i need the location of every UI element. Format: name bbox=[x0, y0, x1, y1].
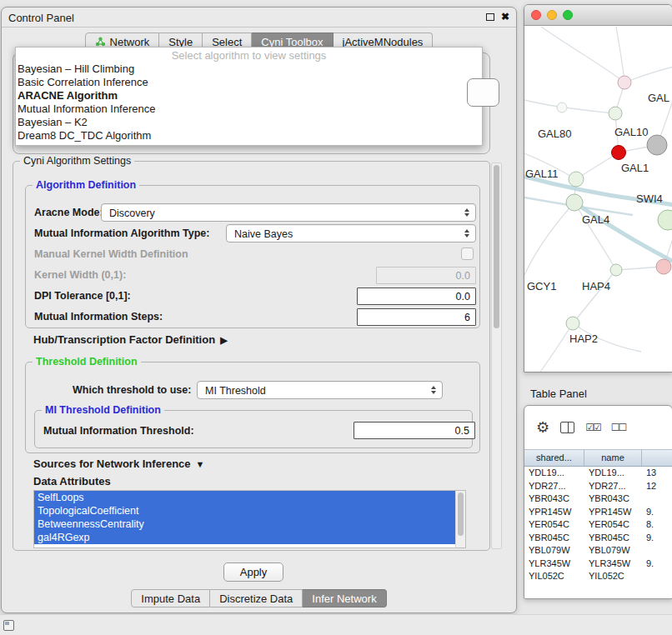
node-label: HAP4 bbox=[582, 280, 610, 292]
table-cell: YDR27... bbox=[524, 480, 584, 493]
mi-type-select[interactable]: Naive Bayes bbox=[226, 224, 476, 242]
attribute-item[interactable]: TopologicalCoefficient bbox=[34, 504, 455, 518]
close-traffic-light[interactable] bbox=[531, 10, 541, 20]
table-cell: YIL052C bbox=[584, 570, 642, 583]
mi-threshold-input[interactable] bbox=[354, 422, 475, 439]
attributes-scrollbar[interactable] bbox=[455, 491, 465, 548]
network-node[interactable] bbox=[557, 102, 567, 112]
algorithm-dropdown-list: Select algorithm to view settings Bayesi… bbox=[15, 47, 483, 146]
float-window-icon[interactable] bbox=[486, 13, 494, 21]
network-node[interactable] bbox=[569, 172, 584, 187]
sources-expander[interactable]: Sources for Network Inference▼ bbox=[33, 458, 204, 470]
gear-icon[interactable]: ⚙ bbox=[536, 420, 549, 435]
algorithm-item[interactable]: Mutual Information Inference bbox=[16, 102, 482, 116]
combo-arrows-icon bbox=[464, 229, 469, 238]
table-cell: YBL079W bbox=[524, 544, 584, 558]
tab-infer-network[interactable]: Infer Network bbox=[303, 589, 386, 608]
selected-value: Discovery bbox=[109, 208, 155, 219]
collapsed-arrow-icon: ▶ bbox=[220, 335, 227, 345]
manual-kernel-label: Manual Kernel Width Definition bbox=[34, 248, 188, 260]
algorithm-item[interactable]: Dream8 DC_TDC Algorithm bbox=[16, 129, 482, 142]
apply-button[interactable]: Apply bbox=[223, 562, 283, 582]
network-node[interactable] bbox=[618, 76, 631, 89]
node-label: GAL10 bbox=[614, 126, 648, 138]
network-node[interactable] bbox=[658, 210, 672, 230]
table-row[interactable]: YBL079WYBL079W bbox=[524, 544, 672, 558]
network-view-window: GAL GAL80 GAL10 GAL11 GAL1 SWI4 GAL4 GCY… bbox=[524, 4, 672, 372]
algorithm-item-selected[interactable]: ARACNE Algorithm bbox=[16, 89, 482, 102]
column-selector-icon[interactable] bbox=[560, 422, 574, 433]
dropdown-placeholder: Select algorithm to view settings bbox=[16, 49, 482, 62]
close-icon[interactable]: ✖ bbox=[501, 12, 509, 22]
table-cell: YLR345W bbox=[524, 558, 584, 571]
scrollbar-thumb[interactable] bbox=[458, 492, 464, 536]
table-cell: YBR045C bbox=[524, 532, 584, 545]
combo-arrows-icon bbox=[464, 208, 469, 217]
table-row[interactable]: YBR045CYBR045C9. bbox=[524, 532, 672, 545]
network-node[interactable] bbox=[609, 107, 622, 120]
network-node[interactable] bbox=[656, 259, 671, 274]
node-label: HAP2 bbox=[569, 332, 598, 345]
table-row[interactable]: YDR27...YDR27...12 bbox=[524, 480, 672, 493]
manual-kernel-checkbox[interactable] bbox=[461, 248, 474, 260]
zoom-traffic-light[interactable] bbox=[563, 10, 573, 20]
node-label: GAL80 bbox=[538, 128, 571, 140]
column-header-extra[interactable] bbox=[642, 450, 672, 466]
table-cell: 9. bbox=[642, 558, 672, 571]
algorithm-item[interactable]: Basic Correlation Inference bbox=[16, 76, 482, 89]
table-cell: YPR145W bbox=[584, 506, 642, 519]
column-header-name[interactable]: name bbox=[584, 450, 642, 466]
table-panel-title: Table Panel bbox=[530, 388, 587, 400]
restore-panel-icon[interactable] bbox=[3, 620, 14, 631]
which-threshold-select[interactable]: MI Threshold bbox=[197, 381, 443, 399]
table-cell: YDL19... bbox=[524, 467, 584, 480]
network-node-selected[interactable] bbox=[612, 146, 626, 160]
dpi-tolerance-input[interactable] bbox=[357, 288, 476, 305]
network-window-titlebar bbox=[524, 5, 672, 26]
table-row[interactable]: YIL052CYIL052C bbox=[524, 570, 672, 583]
node-label: GAL11 bbox=[525, 168, 559, 180]
select-all-checks-icon[interactable]: ☑☑ bbox=[585, 422, 600, 433]
mi-steps-label: Mutual Information Steps: bbox=[34, 311, 163, 322]
network-node[interactable] bbox=[610, 264, 622, 276]
table-row[interactable]: YPR145WYPR145W9. bbox=[524, 506, 672, 519]
attribute-item[interactable]: SelfLoops bbox=[34, 491, 455, 504]
node-label: GCY1 bbox=[527, 280, 556, 292]
network-node[interactable] bbox=[647, 135, 667, 155]
node-label: GAL1 bbox=[621, 162, 649, 174]
algorithm-combo-button[interactable] bbox=[467, 78, 499, 107]
network-node[interactable] bbox=[566, 317, 579, 330]
table-row[interactable]: YDL19...YDL19...13 bbox=[524, 467, 672, 480]
control-panel-window: Control Panel ✖ Network Style Select Cyn… bbox=[1, 7, 517, 613]
hub-tf-expander[interactable]: Hub/Transcription Factor Definition▶ bbox=[33, 333, 228, 346]
table-cell: YBL079W bbox=[584, 544, 642, 558]
combo-arrows-icon bbox=[431, 386, 436, 394]
table-row[interactable]: YBR043CYBR043C bbox=[524, 492, 672, 506]
aracne-mode-select[interactable]: Discovery bbox=[101, 203, 476, 222]
attribute-item[interactable]: BetweennessCentrality bbox=[34, 518, 455, 531]
mi-steps-input[interactable] bbox=[357, 308, 476, 326]
scrollbar-thumb[interactable] bbox=[494, 165, 499, 328]
network-canvas[interactable]: GAL GAL80 GAL10 GAL11 GAL1 SWI4 GAL4 GCY… bbox=[524, 27, 672, 372]
tab-impute-data[interactable]: Impute Data bbox=[131, 589, 210, 608]
deselect-all-checks-icon[interactable]: ☐☐ bbox=[611, 422, 626, 433]
minimize-traffic-light[interactable] bbox=[547, 10, 557, 20]
table-cell: 13 bbox=[642, 467, 672, 480]
column-header-shared-name[interactable]: shared... bbox=[524, 450, 584, 466]
tab-discretize-data[interactable]: Discretize Data bbox=[210, 589, 303, 608]
table-row[interactable]: YER054CYER054C8. bbox=[524, 518, 672, 532]
attribute-item[interactable]: gal4RGexp bbox=[34, 531, 455, 544]
table-cell: 8. bbox=[642, 518, 672, 532]
algorithm-item[interactable]: Bayesian – Hill Climbing bbox=[16, 62, 482, 76]
network-node[interactable] bbox=[566, 194, 583, 211]
table-cell bbox=[642, 544, 672, 558]
threshold-definition-group: Threshold Definition Which threshold to … bbox=[25, 362, 480, 453]
table-cell: YIL052C bbox=[524, 570, 584, 583]
tab-label: Discretize Data bbox=[219, 592, 293, 605]
control-panel-titlebar: Control Panel ✖ bbox=[2, 8, 516, 28]
algorithm-item[interactable]: Bayesian – K2 bbox=[16, 116, 482, 129]
table-row[interactable]: YLR345WYLR345W9. bbox=[524, 558, 672, 571]
table-panel-window: ⚙ ☑☑ ☐☐ shared... name YDL19...YDL19...1… bbox=[524, 405, 672, 599]
cyni-algorithm-settings-group: Cyni Algorithm Settings Algorithm Defini… bbox=[13, 161, 490, 551]
settings-scrollbar[interactable] bbox=[491, 162, 502, 549]
